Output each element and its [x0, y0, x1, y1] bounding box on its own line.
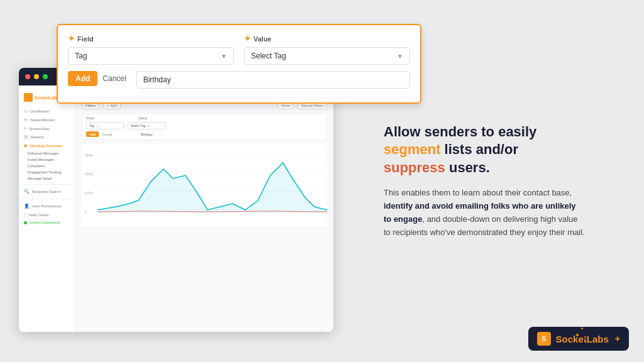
- value-select-placeholder: Select Tag: [251, 52, 286, 60]
- mf-field-value: Tag: [89, 124, 94, 128]
- sidebar-item-label: Recipient Search: [32, 190, 61, 194]
- mini-filter-row: Tag ▼ Select Tag ▼: [86, 122, 323, 129]
- window-close-dot[interactable]: [25, 74, 30, 79]
- logo-text: SocketLabs: [35, 96, 59, 100]
- sidebar-item-engagement[interactable]: Engagement Tracking: [28, 169, 75, 175]
- value-label: ✦ Value: [244, 34, 410, 43]
- sidebar-item-label: StreamMonitor: [30, 118, 55, 122]
- sidebar-item-streammonitor[interactable]: ≋ StreamMonitor: [19, 116, 75, 124]
- svg-text:300k: 300k: [85, 153, 94, 157]
- cancel-button[interactable]: Cancel: [103, 74, 126, 83]
- system-status-label: System Operational: [30, 221, 60, 224]
- chart-svg: 300k 200k 100k 0: [82, 144, 327, 226]
- logo-icon-text: S: [541, 335, 546, 343]
- mini-filter: Field Value Tag ▼ Select Tag ▼: [82, 113, 327, 140]
- value-select[interactable]: Select Tag ▼: [244, 47, 410, 65]
- sidebar-item-reports[interactable]: ▤ Reports: [19, 133, 75, 141]
- mf-chevron-icon: ▼: [96, 124, 99, 128]
- birthday-input[interactable]: [136, 71, 410, 89]
- mf-value-select[interactable]: Select Tag ▼: [128, 122, 165, 129]
- mf-cancel-button[interactable]: Cancel: [103, 133, 113, 136]
- sidebar-divider: [19, 184, 75, 185]
- sidebar-item-delivered[interactable]: Delivered Messages: [28, 150, 75, 156]
- headline-suppress: suppress: [384, 160, 445, 175]
- dot-1: [576, 334, 579, 336]
- mini-filter-header: Field Value: [86, 116, 323, 120]
- sidebar-item-label: Dashboard: [30, 109, 48, 113]
- sidebar-item-label: Reports: [31, 135, 44, 139]
- svg-text:200k: 200k: [85, 172, 94, 176]
- reports-icon: ▤: [24, 134, 28, 140]
- svg-text:100k: 100k: [85, 191, 94, 195]
- search-icon: 🔍: [24, 189, 30, 194]
- stream-stats-icon: ≡: [24, 126, 26, 131]
- chevron-down-icon: ▼: [221, 53, 227, 60]
- logo-plus-icon: +: [615, 334, 620, 344]
- logo-icon-box: S: [537, 332, 551, 346]
- sparkle-icon-2: ✦: [244, 34, 251, 43]
- field-label: ✦ Field: [68, 34, 234, 43]
- body-text-1: This enables them to learn about their c…: [384, 188, 572, 197]
- logo-text-container: SocketLabs: [556, 334, 609, 344]
- headline-line1: Allow senders to easily: [384, 124, 536, 140]
- value-label-text: Value: [253, 35, 272, 43]
- main-content: Sending Overview Dataset Start Date Jun …: [75, 85, 333, 332]
- sidebar-item-failed[interactable]: Failed Messages: [28, 156, 75, 163]
- sidebar-item-message-detail[interactable]: Message Detail: [28, 175, 75, 182]
- bottom-logo: S SocketLabs +: [528, 327, 629, 351]
- status-dot-icon: [24, 221, 27, 224]
- filter-panel-header: ✦ Field Tag ▼ ✦ Value Select Tag: [68, 34, 410, 65]
- sidebar-item-label: User Permissions: [32, 204, 62, 208]
- sparkle-icon-1: ✦: [68, 34, 75, 43]
- logo-text-orange: Labs: [587, 334, 609, 344]
- field-select[interactable]: Tag ▼: [68, 47, 234, 65]
- user-icon: 👤: [24, 204, 30, 209]
- chart-area: 300k 200k 100k 0: [82, 144, 327, 226]
- sidebar: SocketLabs ⊙ Dashboard ≋ StreamMonitor ≡…: [19, 85, 75, 332]
- headline-mid: lists and/or: [445, 141, 518, 157]
- dot-3: [584, 337, 586, 339]
- sending-overview-icon: ◈: [24, 143, 27, 148]
- mf-input-value: Birthday: [141, 133, 152, 136]
- sidebar-item-user-permissions[interactable]: 👤 User Permissions: [19, 202, 75, 211]
- sidebar-divider-2: [19, 199, 75, 199]
- logo-text-white: Socket: [556, 334, 587, 344]
- help-icon: ?: [24, 212, 26, 217]
- app-body: SocketLabs ⊙ Dashboard ≋ StreamMonitor ≡…: [19, 85, 333, 332]
- mf-value-value: Select Tag: [131, 124, 145, 128]
- svg-marker-8: [97, 163, 327, 213]
- sidebar-item-sending-overview[interactable]: ◈ Sending Overview: [19, 141, 75, 150]
- window-minimize-dot[interactable]: [34, 74, 39, 79]
- logo-icon: [24, 93, 33, 102]
- sidebar-item-recipient-search[interactable]: 🔍 Recipient Search: [19, 187, 75, 196]
- sidebar-item-label: Help Center: [29, 213, 49, 217]
- field-select-value: Tag: [75, 52, 87, 60]
- field-label-text: Field: [77, 35, 94, 43]
- sidebar-item-dashboard[interactable]: ⊙ Dashboard: [19, 107, 75, 116]
- dot-2: [581, 327, 583, 329]
- field-column: ✦ Field Tag ▼: [68, 34, 234, 65]
- sidebar-item-label: Sending Overview: [30, 144, 62, 148]
- add-button[interactable]: Add: [68, 71, 97, 86]
- sidebar-item-help[interactable]: ? Help Center: [19, 211, 75, 219]
- filter-panel: ✦ Field Tag ▼ ✦ Value Select Tag: [57, 24, 421, 104]
- sidebar-item-complaints[interactable]: Complaints: [28, 163, 75, 169]
- right-content: Allow senders to easily segment lists an…: [377, 117, 625, 246]
- main-layout: ✦ Field Tag ▼ ✦ Value Select Tag: [0, 0, 644, 362]
- mf-field-select[interactable]: Tag ▼: [86, 122, 124, 129]
- headline-segment: segment: [384, 141, 440, 157]
- window-maximize-dot[interactable]: [43, 74, 48, 79]
- sidebar-item-label: StreamStats: [29, 127, 50, 131]
- mf-field-label: Field: [86, 116, 94, 120]
- app-screenshot: SocketLabs ⊙ Dashboard ≋ StreamMonitor ≡…: [19, 68, 333, 332]
- app-area: ✦ Field Tag ▼ ✦ Value Select Tag: [19, 24, 358, 338]
- sidebar-item-system-status: System Operational: [19, 219, 75, 226]
- svg-text:0: 0: [85, 210, 87, 214]
- body-text: This enables them to learn about their c…: [384, 187, 585, 239]
- mf-value-chevron-icon: ▼: [147, 124, 150, 128]
- mf-value-label: Value: [138, 116, 147, 120]
- mf-add-button[interactable]: Add: [86, 131, 99, 137]
- value-column: ✦ Value Select Tag ▼: [244, 34, 410, 65]
- chevron-down-icon-2: ▼: [397, 53, 403, 60]
- sidebar-item-streamstats[interactable]: ≡ StreamStats: [19, 124, 75, 133]
